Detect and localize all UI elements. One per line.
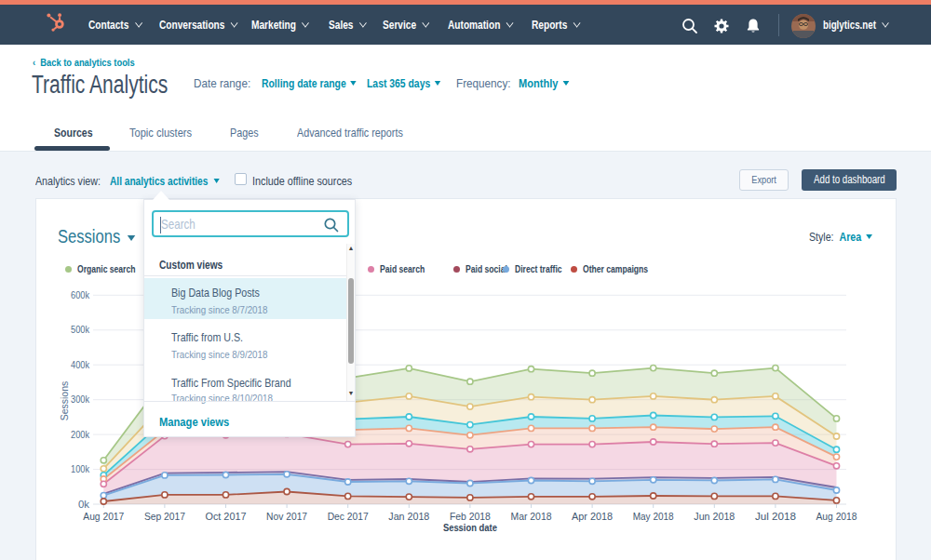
svg-text:Jul 2018: Jul 2018 (755, 511, 796, 522)
svg-text:500k: 500k (71, 324, 90, 335)
svg-text:Feb 2018: Feb 2018 (450, 511, 491, 522)
svg-text:Apr 2018: Apr 2018 (572, 511, 613, 522)
svg-text:Aug 2018: Aug 2018 (816, 511, 857, 522)
svg-text:400k: 400k (71, 359, 90, 370)
svg-text:200k: 200k (71, 429, 90, 440)
svg-text:Sep 2017: Sep 2017 (144, 511, 185, 522)
svg-text:Sessions: Sessions (59, 381, 70, 421)
svg-text:Jan 2018: Jan 2018 (388, 511, 429, 522)
svg-text:Nov 2017: Nov 2017 (266, 511, 307, 522)
svg-text:600k: 600k (71, 289, 90, 300)
svg-text:Mar 2018: Mar 2018 (511, 511, 552, 522)
svg-text:100k: 100k (71, 463, 90, 474)
svg-text:Aug 2017: Aug 2017 (83, 511, 124, 522)
svg-text:0k: 0k (78, 499, 90, 510)
svg-text:May 2018: May 2018 (633, 511, 674, 522)
svg-text:Jun 2018: Jun 2018 (694, 511, 735, 522)
svg-text:300k: 300k (71, 393, 90, 405)
svg-text:Dec 2017: Dec 2017 (328, 511, 369, 522)
svg-text:Session date: Session date (443, 522, 497, 533)
svg-text:Oct 2017: Oct 2017 (206, 511, 247, 522)
